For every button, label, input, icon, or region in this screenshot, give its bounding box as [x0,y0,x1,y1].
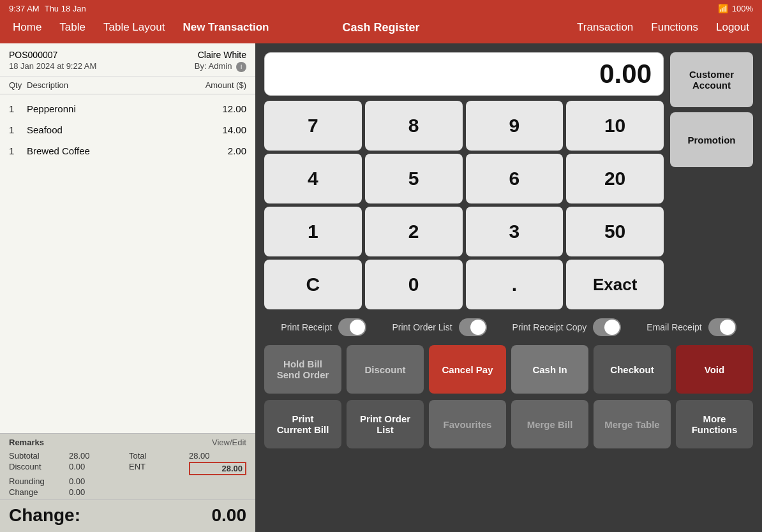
nav-table[interactable]: Table [59,21,86,34]
num-btn-0[interactable]: 0 [365,260,463,309]
num-btn-7[interactable]: 7 [264,101,362,151]
item-desc-0: Pepperonni [27,103,222,114]
receipt-col-headers: Qty Description Amount ($) [0,77,255,94]
promotion-button[interactable]: Promotion [670,112,753,167]
print-receipt-copy-toggle[interactable] [593,318,621,336]
battery-display: 100% [732,4,753,13]
nav-table-layout[interactable]: Table Layout [103,21,165,34]
receipt-footer: Remarks View/Edit Subtotal 28.00 Total 2… [0,433,255,532]
item-desc-2: Brewed Coffee [27,145,228,156]
merge-table-button[interactable]: Merge Table [594,400,671,448]
receipt-item-0: 1 Pepperonni 12.00 [0,98,255,119]
checkout-button[interactable]: Checkout [594,345,671,394]
nav-right: Transaction Functions Logout [577,21,749,34]
top-right-area: 0.00 7 8 9 10 4 5 6 20 1 2 3 50 C 0 [264,52,753,309]
num-btn-5[interactable]: 5 [365,154,463,203]
customer-name: Claire White [198,50,246,60]
num-btn-1[interactable]: 1 [264,207,362,256]
num-btn-8[interactable]: 8 [365,101,463,151]
item-amount-0: 12.00 [222,103,246,114]
num-btn-50[interactable]: 50 [566,207,664,256]
remarks-label: Remarks [9,438,44,447]
num-btn-10[interactable]: 10 [566,101,664,151]
print-receipt-copy-toggle-item: Print Receipt Copy [512,318,622,336]
print-order-list-label: Print Order List [392,322,452,332]
print-receipt-toggle-item: Print Receipt [281,318,366,336]
change-amount: 0.00 [212,505,247,526]
main-content: POS000007 Claire White 18 Jan 2024 at 9:… [0,43,762,532]
change-label: Change: [9,505,80,526]
nav-title: Cash Register [342,21,419,34]
right-panel: 0.00 7 8 9 10 4 5 6 20 1 2 3 50 C 0 [255,43,762,532]
print-receipt-label: Print Receipt [281,322,332,332]
customer-account-button[interactable]: Customer Account [670,52,753,107]
receipt-date: 18 Jan 2024 at 9:22 AM [9,61,96,72]
receipt-header: POS000007 Claire White 18 Jan 2024 at 9:… [0,43,255,77]
receipt-item-2: 1 Brewed Coffee 2.00 [0,140,255,161]
action-row-2: Print Current Bill Print Order List Favo… [264,400,753,448]
print-order-list-button[interactable]: Print Order List [347,400,424,448]
item-amount-2: 2.00 [228,145,246,156]
total-label: Total [129,451,186,461]
more-functions-button[interactable]: More Functions [676,400,753,448]
nav-logout[interactable]: Logout [716,21,749,34]
change-small-label: Change [9,487,66,497]
totals-grid: Subtotal 28.00 Total 28.00 Discount 0.00… [0,450,255,499]
numpad-area: 0.00 7 8 9 10 4 5 6 20 1 2 3 50 C 0 [264,52,664,309]
receipt-by: By: Admin i [195,61,246,72]
receipt-item-1: 1 Seafood 14.00 [0,119,255,140]
info-icon[interactable]: i [236,62,246,72]
num-btn-exact[interactable]: Exact [566,260,664,309]
discount-label: Discount [9,462,66,475]
subtotal-value: 28.00 [69,451,126,461]
email-receipt-toggle[interactable] [708,318,736,336]
nav-left: Home Table Table Layout New Transaction [13,21,269,34]
top-nav-bar: 9:37 AM Thu 18 Jan 📶 100% Home Table Tab… [0,0,762,43]
nav-functions[interactable]: Functions [651,21,698,34]
time-display: 9:37 AM [9,4,40,13]
hold-bill-send-order-button[interactable]: Hold Bill Send Order [264,345,341,394]
nav-new-transaction[interactable]: New Transaction [183,21,269,34]
view-edit-button[interactable]: View/Edit [212,438,246,447]
num-btn-clear[interactable]: C [264,260,362,309]
col-qty-header: Qty [9,80,27,90]
item-qty-1: 1 [9,124,27,135]
num-btn-2[interactable]: 2 [365,207,463,256]
email-receipt-label: Email Receipt [646,322,701,332]
num-btn-3[interactable]: 3 [466,207,564,256]
nav-transaction[interactable]: Transaction [577,21,633,34]
email-receipt-toggle-item: Email Receipt [646,318,736,336]
discount-button[interactable]: Discount [347,345,424,394]
void-button[interactable]: Void [676,345,753,394]
print-order-list-toggle[interactable] [459,318,487,336]
change-row: Change: 0.00 [0,499,255,532]
date-display: Thu 18 Jan [45,4,86,13]
print-receipt-copy-label: Print Receipt Copy [512,322,587,332]
wifi-icon: 📶 [718,4,728,13]
print-receipt-toggle[interactable] [338,318,366,336]
pos-id: POS000007 [9,50,57,60]
merge-bill-button[interactable]: Merge Bill [511,400,588,448]
print-order-list-toggle-item: Print Order List [392,318,486,336]
item-desc-1: Seafood [27,124,222,135]
col-amount-header: Amount ($) [205,80,246,90]
remarks-header: Remarks View/Edit [0,434,255,450]
numpad-grid: 7 8 9 10 4 5 6 20 1 2 3 50 C 0 . Exact [264,101,664,309]
cash-in-button[interactable]: Cash In [511,345,588,394]
num-btn-20[interactable]: 20 [566,154,664,203]
ent-value: 28.00 [189,462,246,475]
nav-home[interactable]: Home [13,21,41,34]
change-small-value: 0.00 [69,487,126,497]
item-qty-0: 1 [9,103,27,114]
num-btn-6[interactable]: 6 [466,154,564,203]
favourites-button[interactable]: Favourites [429,400,506,448]
print-current-bill-button[interactable]: Print Current Bill [264,400,341,448]
cancel-pay-button[interactable]: Cancel Pay [429,345,506,394]
receipt-panel: POS000007 Claire White 18 Jan 2024 at 9:… [0,43,255,532]
num-btn-dot[interactable]: . [466,260,564,309]
status-icons: 📶 100% [718,4,753,13]
action-row-1: Hold Bill Send Order Discount Cancel Pay… [264,345,753,394]
total-value: 28.00 [189,451,246,461]
num-btn-4[interactable]: 4 [264,154,362,203]
num-btn-9[interactable]: 9 [466,101,564,151]
